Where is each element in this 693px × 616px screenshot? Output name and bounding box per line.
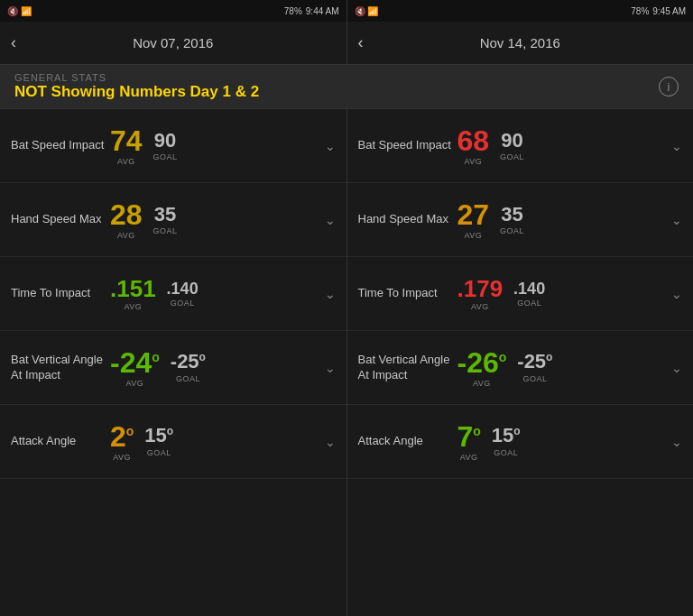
hand-speed-avg-number-left: 28 bbox=[110, 200, 143, 229]
battery-left: 78% bbox=[284, 6, 302, 16]
chevron-attack-angle-right[interactable]: ⌄ bbox=[671, 435, 682, 449]
panel-left: Bat Speed Impact 74 AVG 90 GOAL ⌄ Hand S… bbox=[0, 109, 347, 616]
vertical-angle-avg-right: -26o AVG bbox=[457, 348, 507, 388]
chevron-hand-speed-left[interactable]: ⌄ bbox=[325, 213, 336, 227]
bat-speed-avg-number-left: 74 bbox=[110, 126, 143, 155]
stat-row-attack-angle-right[interactable]: Attack Angle 7o AVG 15o GOAL ⌄ bbox=[347, 405, 694, 479]
stat-row-hand-speed-left[interactable]: Hand Speed Max 28 AVG 35 GOAL ⌄ bbox=[0, 183, 346, 257]
attack-angle-goal-right: 15o GOAL bbox=[492, 426, 521, 456]
time-impact-goal-label-right: GOAL bbox=[517, 299, 541, 308]
hand-speed-values-right: 27 AVG 35 GOAL bbox=[457, 200, 672, 240]
vertical-angle-goal-right: -25o GOAL bbox=[517, 352, 552, 382]
attack-angle-avg-label-right: AVG bbox=[460, 453, 478, 462]
attack-angle-goal-label-right: GOAL bbox=[494, 448, 518, 457]
vertical-angle-avg-number-right: -26o bbox=[457, 348, 507, 377]
hand-speed-goal-right: 35 GOAL bbox=[500, 205, 524, 235]
info-icon[interactable]: i bbox=[659, 77, 679, 97]
attack-angle-avg-left: 2o AVG bbox=[110, 422, 134, 462]
chevron-vertical-angle-right[interactable]: ⌄ bbox=[671, 361, 682, 375]
battery-right: 78% bbox=[631, 6, 649, 16]
panel-right: Bat Speed Impact 68 AVG 90 GOAL ⌄ Hand S… bbox=[347, 109, 694, 616]
stat-row-bat-speed-left[interactable]: Bat Speed Impact 74 AVG 90 GOAL ⌄ bbox=[0, 109, 346, 183]
stat-row-vertical-angle-left[interactable]: Bat Vertical Angle At Impact -24o AVG -2… bbox=[0, 331, 346, 405]
vertical-angle-avg-label-right: AVG bbox=[473, 379, 491, 388]
bat-speed-goal-label-left: GOAL bbox=[153, 152, 178, 161]
bat-speed-goal-right: 90 GOAL bbox=[500, 131, 524, 161]
stat-row-vertical-angle-right[interactable]: Bat Vertical Angle At Impact -26o AVG -2… bbox=[347, 331, 694, 405]
bat-speed-values-left: 74 AVG 90 GOAL bbox=[110, 126, 325, 166]
nav-headers: ‹ Nov 07, 2016 ‹ Nov 14, 2016 bbox=[0, 22, 693, 65]
time-impact-avg-left: .151 AVG bbox=[110, 277, 156, 311]
bat-speed-avg-label-right: AVG bbox=[464, 157, 482, 166]
hand-speed-avg-label-right: AVG bbox=[464, 231, 482, 240]
bat-speed-avg-number-right: 68 bbox=[457, 126, 490, 155]
vertical-angle-avg-number-left: -24o bbox=[110, 348, 160, 377]
back-button-left[interactable]: ‹ bbox=[11, 33, 16, 52]
time-impact-label-left: Time To Impact bbox=[11, 286, 110, 301]
time-right: 9:45 AM bbox=[652, 6, 686, 16]
time-impact-avg-label-right: AVG bbox=[471, 302, 489, 311]
attack-angle-avg-number-left: 2o bbox=[110, 422, 134, 451]
chevron-time-impact-left[interactable]: ⌄ bbox=[325, 287, 336, 301]
attack-angle-label-right: Attack Angle bbox=[358, 434, 457, 449]
stat-row-bat-speed-right[interactable]: Bat Speed Impact 68 AVG 90 GOAL ⌄ bbox=[347, 109, 694, 183]
bat-speed-avg-label-left: AVG bbox=[117, 157, 135, 166]
bat-speed-avg-right: 68 AVG bbox=[457, 126, 490, 166]
time-impact-values-left: .151 AVG .140 GOAL bbox=[110, 277, 325, 311]
attack-angle-label-left: Attack Angle bbox=[11, 434, 110, 449]
hand-speed-goal-label-right: GOAL bbox=[500, 226, 524, 235]
chevron-attack-angle-left[interactable]: ⌄ bbox=[325, 435, 336, 449]
time-impact-values-right: .179 AVG .140 GOAL bbox=[457, 277, 672, 311]
hand-speed-goal-number-right: 35 bbox=[501, 205, 522, 225]
bat-speed-values-right: 68 AVG 90 GOAL bbox=[457, 126, 672, 166]
time-impact-avg-right: .179 AVG bbox=[457, 277, 504, 311]
attack-angle-avg-label-left: AVG bbox=[113, 453, 131, 462]
time-left: 9:44 AM bbox=[306, 6, 339, 16]
vertical-angle-goal-label-left: GOAL bbox=[176, 374, 200, 383]
chevron-vertical-angle-left[interactable]: ⌄ bbox=[325, 361, 336, 375]
bat-speed-goal-number-left: 90 bbox=[154, 131, 176, 151]
status-icons-left: 🔇 📶 bbox=[7, 6, 32, 16]
status-icons-right: 🔇 📶 bbox=[355, 6, 379, 16]
attack-angle-values-right: 7o AVG 15o GOAL bbox=[457, 422, 672, 462]
vertical-angle-values-right: -26o AVG -25o GOAL bbox=[457, 348, 672, 388]
time-impact-goal-left: .140 GOAL bbox=[167, 280, 199, 308]
hand-speed-goal-label-left: GOAL bbox=[153, 226, 178, 235]
banner: GENERAL STATS NOT Showing Numbers Day 1 … bbox=[0, 65, 693, 109]
chevron-time-impact-right[interactable]: ⌄ bbox=[671, 287, 682, 301]
vertical-angle-avg-label-left: AVG bbox=[125, 379, 143, 388]
vertical-angle-goal-number-right: -25o bbox=[517, 352, 552, 372]
back-button-right[interactable]: ‹ bbox=[358, 33, 364, 52]
attack-angle-values-left: 2o AVG 15o GOAL bbox=[110, 422, 325, 462]
status-bars: 🔇 📶 78% 9:44 AM 🔇 📶 78% 9:45 AM bbox=[0, 0, 693, 22]
bat-speed-label-right: Bat Speed Impact bbox=[358, 138, 457, 153]
nav-date-left: Nov 07, 2016 bbox=[133, 35, 213, 51]
attack-angle-goal-number-left: 15o bbox=[144, 426, 173, 446]
stat-row-time-impact-left[interactable]: Time To Impact .151 AVG .140 GOAL ⌄ bbox=[0, 257, 346, 331]
vertical-angle-avg-left: -24o AVG bbox=[110, 348, 160, 388]
chevron-hand-speed-right[interactable]: ⌄ bbox=[671, 213, 682, 227]
stat-row-attack-angle-left[interactable]: Attack Angle 2o AVG 15o GOAL ⌄ bbox=[0, 405, 346, 479]
time-impact-goal-number-right: .140 bbox=[513, 280, 545, 297]
attack-angle-avg-right: 7o AVG bbox=[457, 422, 481, 462]
vertical-angle-values-left: -24o AVG -25o GOAL bbox=[110, 348, 325, 388]
banner-left: GENERAL STATS NOT Showing Numbers Day 1 … bbox=[14, 72, 259, 101]
chevron-bat-speed-right[interactable]: ⌄ bbox=[671, 139, 682, 153]
vertical-angle-goal-left: -25o GOAL bbox=[171, 352, 206, 382]
bat-speed-label-left: Bat Speed Impact bbox=[11, 138, 110, 153]
time-impact-avg-number-right: .179 bbox=[457, 277, 504, 300]
time-impact-avg-number-left: .151 bbox=[110, 277, 156, 300]
stat-row-time-impact-right[interactable]: Time To Impact .179 AVG .140 GOAL ⌄ bbox=[347, 257, 694, 331]
hand-speed-goal-number-left: 35 bbox=[154, 205, 176, 225]
vertical-angle-label-right: Bat Vertical Angle At Impact bbox=[358, 353, 457, 383]
stat-row-hand-speed-right[interactable]: Hand Speed Max 27 AVG 35 GOAL ⌄ bbox=[347, 183, 694, 257]
chevron-bat-speed-left[interactable]: ⌄ bbox=[325, 139, 336, 153]
time-impact-label-right: Time To Impact bbox=[358, 286, 457, 301]
time-impact-goal-right: .140 GOAL bbox=[513, 280, 545, 308]
nav-date-right: Nov 14, 2016 bbox=[480, 35, 560, 51]
hand-speed-label-right: Hand Speed Max bbox=[358, 212, 457, 227]
panels: Bat Speed Impact 74 AVG 90 GOAL ⌄ Hand S… bbox=[0, 109, 693, 616]
status-bar-left: 🔇 📶 78% 9:44 AM bbox=[0, 0, 347, 22]
bat-speed-goal-left: 90 GOAL bbox=[153, 131, 178, 161]
vertical-angle-goal-label-right: GOAL bbox=[522, 374, 547, 383]
